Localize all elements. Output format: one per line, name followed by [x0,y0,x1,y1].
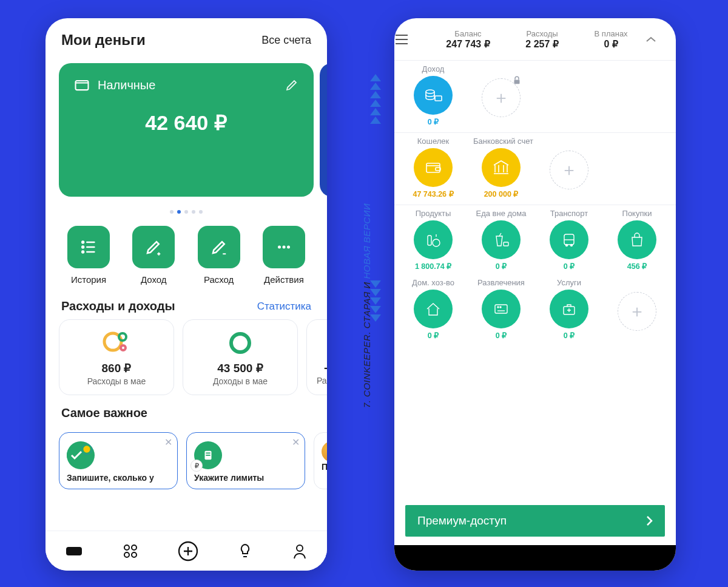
important-text: Запишите, сколько у [67,473,170,483]
bank-item[interactable]: Банковский счет 200 000 ₽ [473,135,529,198]
bank-value: 200 000 ₽ [473,189,529,198]
stat-card-partial[interactable]: - 8 Расход [306,319,327,395]
divider-text-3: НОВАЯ ВЕРСИИ [362,203,372,279]
next-card-peek[interactable] [320,63,327,197]
important-text: Укажите лимиты [194,473,297,483]
category-household[interactable]: Дом. хоз-во 0 ₽ [405,277,461,340]
wallet-icon [73,76,90,93]
svg-point-1 [82,242,84,243]
phone-old-version: Баланс 247 743 ₽ Расходы 2 257 ₽ В плана… [394,18,676,571]
header-plans[interactable]: В планах 0 ₽ [595,29,628,50]
svg-point-5 [282,246,285,249]
divider-text-2: И [362,282,372,288]
wallet-item[interactable]: Кошелек 47 743.26 ₽ [405,135,461,198]
category-value: 1 800.74 ₽ [405,262,461,271]
svg-point-6 [287,246,290,249]
expense-button[interactable] [198,226,240,268]
tab-wallet-icon[interactable] [65,545,83,558]
phone-new-version: Мои деньги Все счета Наличные 42 640 ₽ [46,18,327,571]
important-card[interactable]: Подкл [314,432,327,489]
bus-icon [550,220,588,259]
tab-tips-icon[interactable] [238,543,252,560]
account-card[interactable]: Наличные 42 640 ₽ [59,63,314,197]
pencil-icon[interactable] [285,78,299,92]
category-shopping[interactable]: Покупки 456 ₽ [609,208,665,271]
pager-dots[interactable] [46,205,327,216]
tab-categories-icon[interactable] [123,543,138,559]
tv-icon [482,290,521,328]
svg-point-3 [82,251,84,253]
category-value: 0 ₽ [405,331,461,340]
account-amount: 42 640 ₽ [73,110,299,135]
expense-label: Расходы [525,29,558,38]
ring-chart-icon [226,328,255,358]
category-title: Услуги [541,277,597,290]
add-category-button[interactable]: x ＋ [609,277,665,340]
svg-rect-35 [495,305,507,313]
plans-value: 0 ₽ [595,38,628,50]
all-accounts-link[interactable]: Все счета [261,34,311,47]
category-eatingout[interactable]: Еда вне дома 0 ₽ [473,208,529,271]
expense-label: Расход [192,274,246,285]
plans-label: В планах [595,29,628,38]
income-label: Доход [126,274,181,285]
important-card[interactable]: ✕ ₽ Укажите лимиты [186,432,305,489]
menu-icon[interactable] [394,34,428,45]
category-transport[interactable]: Транспорт 0 ₽ [541,208,597,271]
category-title: Транспорт [541,208,597,220]
important-card[interactable]: ✕ Запишите, сколько у [59,432,178,489]
category-services[interactable]: Услуги 0 ₽ [541,277,597,340]
bubble-chart-icon [102,328,131,358]
balance-label: Баланс [446,29,490,38]
svg-point-34 [571,245,573,246]
income-item[interactable]: Доход 0 ₽ [405,63,461,126]
account-name: Наличные [98,78,155,92]
divider-label: 7. COINKEEPER. СТАРАЯ И НОВАЯ ВЕРСИИ [358,85,376,526]
close-icon[interactable]: ✕ [164,436,172,448]
svg-point-19 [132,545,136,550]
stat-value: 43 500 ₽ [190,361,290,375]
tab-add-icon[interactable] [177,540,199,562]
income-section-title: Доход [405,63,461,76]
expense-value: 2 257 ₽ [525,38,558,50]
premium-label: Премиум-доступ [417,514,507,528]
wallet-value: 47 743.26 ₽ [405,189,461,198]
drink-icon [482,220,521,259]
card-icon-limits: ₽ [194,441,222,469]
tab-profile-icon[interactable] [292,543,308,560]
close-icon[interactable]: ✕ [292,436,300,448]
income-button[interactable] [132,226,175,268]
groceries-icon [414,220,453,259]
chevron-up-icon[interactable] [645,36,676,43]
history-button[interactable] [67,226,110,268]
svg-point-37 [500,307,501,308]
category-entertainment[interactable]: Развлечения 0 ₽ [473,277,529,340]
actions-button[interactable] [263,226,305,268]
stat-card-expenses[interactable]: 860 ₽ Расходы в мае [59,319,174,395]
statistics-link[interactable]: Статистика [257,300,311,313]
category-value: 0 ₽ [541,262,597,271]
stat-value: 860 ₽ [67,361,166,375]
home-icon [414,290,453,328]
svg-rect-25 [435,96,442,101]
stat-card-income[interactable]: 43 500 ₽ Доходы в мае [183,319,298,395]
svg-rect-31 [504,242,508,246]
category-title: Развлечения [473,277,529,290]
card-icon-sber [67,441,95,469]
header-expenses[interactable]: Расходы 2 257 ₽ [525,29,558,50]
wallet-title: Кошелек [405,135,461,148]
income-value: 0 ₽ [405,117,461,126]
header-balance[interactable]: Баланс 247 743 ₽ [446,29,490,50]
bank-icon [482,148,521,187]
plus-icon: ＋ [618,292,656,331]
important-text: Подкл [322,462,327,472]
add-income-button[interactable]: x ＋ [473,63,529,126]
premium-button[interactable]: Премиум-доступ [405,505,665,537]
history-label: История [61,274,116,285]
category-title: Дом. хоз-во [405,277,461,290]
category-products[interactable]: Продукты 1 800.74 ₽ [405,208,461,271]
chevron-right-icon [645,515,653,526]
svg-point-21 [132,552,136,557]
svg-rect-15 [206,452,210,453]
add-wallet-button[interactable]: x ＋ [541,135,597,198]
